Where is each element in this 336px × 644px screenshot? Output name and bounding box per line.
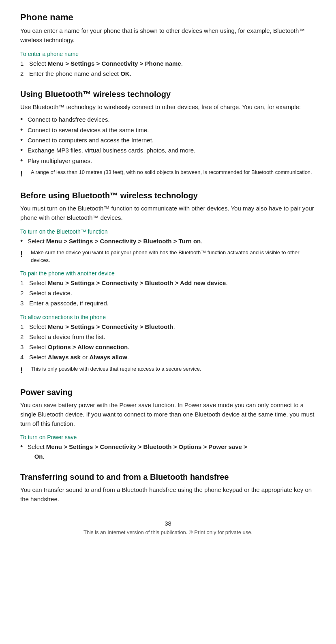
allow-step-4: 4 Select Always ask or Always allow.: [20, 352, 316, 362]
bluetooth-visible-note: ! Make sure the device you want to pair …: [20, 249, 316, 264]
bullet-computers: •Connect to computers and access the Int…: [20, 135, 316, 145]
phone-name-steps: 1 Select Menu > Settings > Connectivity …: [20, 59, 316, 79]
turn-on-bluetooth-link: To turn on the Bluetooth™ function: [20, 228, 316, 235]
allow-step-1: 1 Select Menu > Settings > Connectivity …: [20, 322, 316, 331]
bluetooth-note-range: ! A range of less than 10 metres (33 fee…: [20, 169, 316, 180]
turn-on-bluetooth-bullets: • Select Menu > Settings > Connectivity …: [20, 236, 316, 246]
pair-step-1: 1 Select Menu > Settings > Connectivity …: [20, 278, 316, 288]
bullet-mp3: •Exchange MP3 files, virtual business ca…: [20, 146, 316, 155]
page-number: 38: [20, 520, 316, 527]
note-exclamation-icon: !: [20, 168, 29, 180]
secure-service-note: ! This is only possible with devices tha…: [20, 365, 316, 376]
footer-text: This is an Internet version of this publ…: [20, 529, 316, 535]
phone-name-heading: Phone name: [20, 12, 316, 23]
power-saving-description: You can save battery power with the Powe…: [20, 400, 316, 429]
using-bluetooth-description: Use Bluetooth™ technology to wirelessly …: [20, 102, 316, 112]
before-using-heading: Before using Bluetooth™ wireless technol…: [20, 191, 316, 200]
transferring-heading: Transferring sound to and from a Bluetoo…: [20, 472, 316, 482]
power-save-bullets: • Select Menu > Settings > Connectivity …: [20, 442, 316, 461]
bullet-several-devices: •Connect to several devices at the same …: [20, 125, 316, 135]
pair-device-link: To pair the phone with another device: [20, 270, 316, 277]
bluetooth-visible-note-text: Make sure the device you want to pair yo…: [31, 249, 316, 264]
pair-step-3: 3 Enter a passcode, if required.: [20, 298, 316, 308]
turn-on-bullet-1: • Select Menu > Settings > Connectivity …: [20, 236, 316, 246]
bullet-games: •Play multiplayer games.: [20, 156, 316, 165]
before-using-description: You must turn on the Bluetooth™ function…: [20, 204, 316, 223]
allow-connections-link: To allow connections to the phone: [20, 314, 316, 320]
bluetooth-note-range-text: A range of less than 10 metres (33 feet)…: [31, 169, 312, 176]
turn-on-power-save-link: To turn on Power save: [20, 434, 316, 440]
pair-steps: 1 Select Menu > Settings > Connectivity …: [20, 278, 316, 308]
power-saving-heading: Power saving: [20, 388, 316, 397]
allow-steps: 1 Select Menu > Settings > Connectivity …: [20, 322, 316, 362]
note-exclamation-icon-2: !: [20, 248, 29, 260]
using-bluetooth-bullets: •Connect to handsfree devices. •Connect …: [20, 115, 316, 165]
using-bluetooth-section: Using Bluetooth™ wireless technology Use…: [20, 90, 316, 180]
phone-name-section: Phone name You can enter a name for your…: [20, 12, 316, 78]
note-exclamation-icon-3: !: [20, 365, 29, 376]
phone-name-step-2: 2 Enter the phone name and select OK.: [20, 69, 316, 78]
allow-step-2: 2 Select a device from the list.: [20, 332, 316, 341]
pair-step-2: 2 Select a device.: [20, 288, 316, 298]
transferring-section: Transferring sound to and from a Bluetoo…: [20, 472, 316, 504]
phone-name-description: You can enter a name for your phone that…: [20, 26, 316, 45]
before-using-section: Before using Bluetooth™ wireless technol…: [20, 191, 316, 376]
power-saving-section: Power saving You can save battery power …: [20, 388, 316, 461]
bullet-handsfree: •Connect to handsfree devices.: [20, 115, 316, 124]
transferring-description: You can transfer sound to and from a Blu…: [20, 485, 316, 504]
power-save-bullet-1: • Select Menu > Settings > Connectivity …: [20, 442, 316, 461]
phone-name-step-1: 1 Select Menu > Settings > Connectivity …: [20, 59, 316, 68]
enter-phone-name-link: To enter a phone name: [20, 51, 316, 57]
allow-step-3: 3 Select Options > Allow connection.: [20, 342, 316, 352]
secure-service-note-text: This is only possible with devices that …: [31, 365, 201, 373]
using-bluetooth-heading: Using Bluetooth™ wireless technology: [20, 90, 316, 99]
